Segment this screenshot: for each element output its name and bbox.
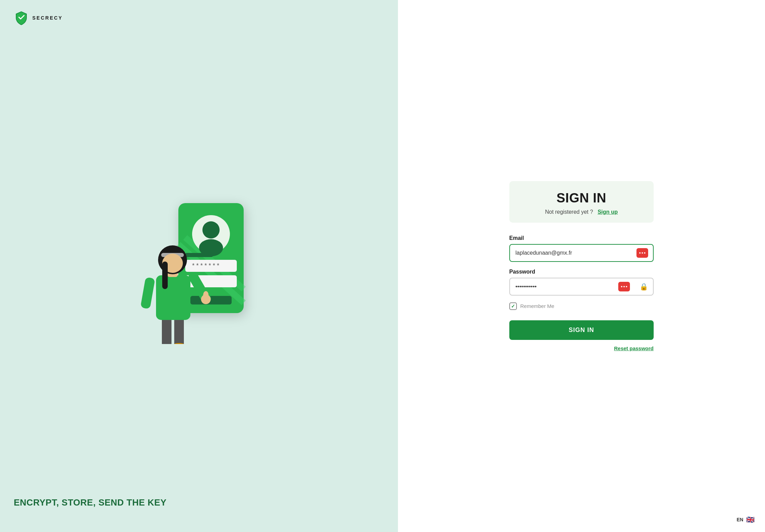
email-dots-icon: [636, 248, 648, 258]
signin-header-box: SIGN IN Not registered yet ? Sign up: [509, 181, 654, 223]
main-illustration: *******: [117, 179, 281, 344]
right-panel: SIGN IN Not registered yet ? Sign up Ema…: [398, 0, 765, 532]
svg-rect-10: [185, 253, 213, 257]
form-container: SIGN IN Not registered yet ? Sign up Ema…: [509, 181, 654, 351]
signin-button[interactable]: SIGN IN: [509, 320, 654, 340]
left-panel: SECRECY *******: [0, 0, 398, 532]
flag-icon: 🇬🇧: [746, 516, 755, 524]
svg-rect-9: [190, 296, 232, 304]
svg-point-14: [171, 343, 187, 344]
password-dots-icon: [618, 282, 630, 291]
email-input[interactable]: [510, 245, 632, 261]
email-input-wrapper: [509, 244, 654, 262]
password-field-group: Password 🔒: [509, 269, 654, 296]
password-toggle-button[interactable]: 🔒: [635, 279, 653, 294]
svg-text:*******: *******: [192, 262, 221, 269]
lock-icon: 🔒: [640, 282, 648, 291]
password-label: Password: [509, 269, 654, 275]
signup-link[interactable]: Sign up: [598, 209, 618, 215]
svg-rect-24: [162, 262, 168, 289]
signin-subtitle: Not registered yet ? Sign up: [520, 209, 643, 215]
svg-rect-19: [140, 277, 155, 309]
logo-area: SECRECY: [14, 10, 384, 25]
svg-point-4: [202, 221, 220, 239]
tagline: ENCRYPT, STORE, SEND THE KEY: [14, 497, 384, 522]
language-code: EN: [737, 517, 743, 522]
remember-me-checkbox[interactable]: ✓: [509, 302, 517, 310]
email-options-button[interactable]: [632, 245, 653, 261]
remember-me-row: ✓ Remember Me: [509, 302, 654, 310]
illustration-container: *******: [14, 25, 384, 497]
svg-rect-15: [156, 275, 190, 320]
email-field-group: Email: [509, 235, 654, 262]
reset-password-link[interactable]: Reset password: [509, 345, 654, 351]
svg-point-18: [203, 291, 209, 299]
app-name: SECRECY: [32, 15, 63, 21]
password-options-button[interactable]: [613, 278, 635, 295]
checkmark-icon: ✓: [511, 303, 515, 309]
not-registered-text: Not registered yet ?: [545, 209, 593, 215]
language-selector[interactable]: EN 🇬🇧: [737, 516, 755, 524]
password-input-wrapper: 🔒: [509, 278, 654, 296]
logo-icon: [14, 10, 29, 25]
remember-me-label: Remember Me: [520, 303, 554, 309]
email-label: Email: [509, 235, 654, 241]
signin-title: SIGN IN: [520, 191, 643, 206]
svg-rect-11: [162, 317, 171, 344]
password-input[interactable]: [510, 279, 613, 295]
svg-rect-12: [174, 317, 184, 344]
